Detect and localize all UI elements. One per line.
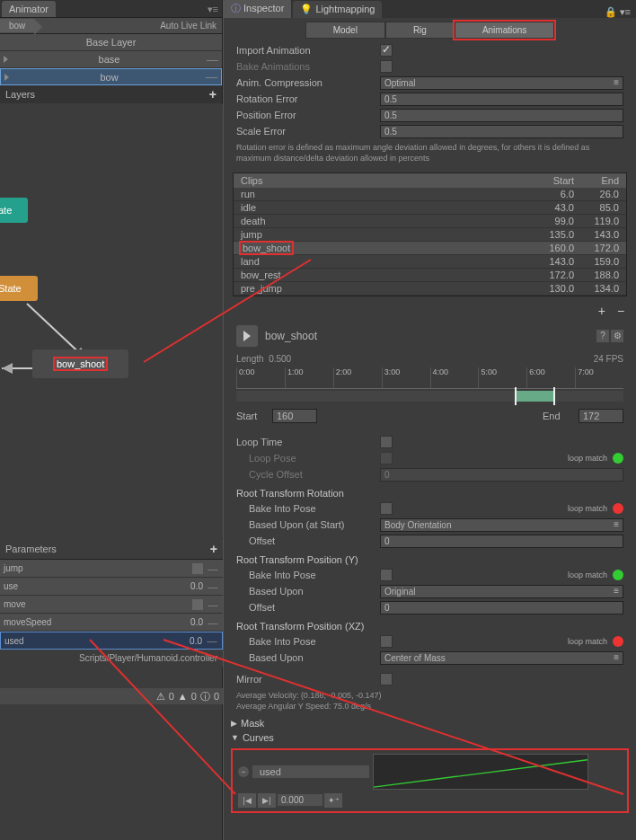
inspector-tab[interactable]: ⓘ Inspector	[224, 0, 291, 18]
add-clip-icon[interactable]: +	[594, 304, 610, 318]
clip-row[interactable]: bow_shoot160.0172.0	[234, 242, 626, 255]
bake-animations-checkbox[interactable]	[380, 60, 393, 73]
play-clip-button[interactable]	[236, 325, 258, 347]
state-graph[interactable]: ate State bow_shoot	[0, 104, 223, 538]
param-value[interactable]: 0.0	[175, 636, 202, 646]
param-value[interactable]: 0.0	[176, 617, 203, 627]
layer-label: base	[12, 54, 207, 65]
gear-icon[interactable]: ⚙	[611, 330, 623, 342]
curve-time-field[interactable]: 0.000	[278, 794, 322, 806]
start-field[interactable]: 160	[272, 409, 317, 423]
rtr-offset-field[interactable]: 0	[380, 535, 623, 548]
clip-row[interactable]: run6.026.0	[234, 188, 626, 201]
animator-tab[interactable]: Animator	[2, 1, 56, 17]
loop-time-checkbox[interactable]	[380, 436, 393, 448]
rotation-error-field[interactable]: 0.5	[380, 93, 623, 106]
layer-row[interactable]: bow —	[0, 68, 222, 85]
curves-foldout[interactable]: ▼Curves	[224, 730, 636, 745]
lightmapping-tab[interactable]: 💡 Lightmapping	[293, 1, 382, 18]
state-node[interactable]: State	[0, 276, 38, 301]
rtpy-header: Root Transform Position (Y)	[224, 549, 636, 567]
param-toggle-icon[interactable]: —	[207, 563, 219, 574]
tab-rig[interactable]: Rig	[385, 22, 455, 39]
mirror-checkbox[interactable]	[380, 673, 393, 685]
layer-row[interactable]: base —	[0, 51, 222, 68]
tab-label: Lightmapping	[315, 4, 375, 14]
tab-animations[interactable]: Animations	[455, 22, 554, 39]
param-row[interactable]: moveSpeed 0.0 —	[0, 614, 223, 632]
clip-name[interactable]: bow_shoot	[265, 330, 317, 342]
loop-pose-checkbox[interactable]	[380, 452, 393, 464]
clip-row[interactable]: pre_jump130.0134.0	[234, 282, 626, 296]
info-icon[interactable]: ⓘ	[200, 690, 210, 703]
state-node[interactable]: bow_shoot	[32, 349, 128, 378]
play-arrow-icon	[4, 74, 9, 81]
parameters-title: Parameters	[5, 544, 57, 554]
position-error-field[interactable]: 0.5	[380, 109, 623, 122]
curve-param-name[interactable]: used	[252, 765, 369, 778]
rtpxz-based-dropdown[interactable]: Center of Mass	[380, 651, 623, 665]
layer-toggle-icon[interactable]: —	[206, 70, 217, 84]
rtr-bake-row: Bake Into Pose loop match	[224, 500, 636, 517]
import-animation-checkbox[interactable]	[380, 44, 393, 57]
auto-live-link[interactable]: Auto Live Link	[160, 21, 222, 31]
layer-row[interactable]: Base Layer	[0, 34, 222, 51]
param-toggle-icon[interactable]: —	[207, 581, 219, 592]
clip-row[interactable]: death99.0119.0	[234, 215, 626, 228]
rtr-bake-checkbox[interactable]	[380, 502, 393, 515]
cycle-offset-field[interactable]: 0	[380, 468, 623, 482]
tab-model[interactable]: Model	[305, 22, 385, 39]
timeline-scrubber[interactable]	[236, 391, 623, 402]
remove-curve-icon[interactable]: −	[238, 766, 249, 777]
clip-row[interactable]: bow_rest172.0188.0	[234, 269, 626, 282]
param-value[interactable]: 0.0	[176, 581, 203, 591]
bake-animations-row: Bake Animations	[224, 58, 636, 75]
rtpy-based-dropdown[interactable]: Original	[380, 585, 623, 598]
state-node[interactable]: ate	[0, 198, 28, 223]
clip-range[interactable]	[515, 391, 553, 402]
param-row[interactable]: used 0.0 —	[0, 632, 223, 650]
add-parameter-icon[interactable]: +	[210, 542, 217, 556]
node-label: bow_shoot	[55, 358, 106, 369]
help-icon[interactable]: ?	[596, 330, 609, 342]
lock-icon[interactable]: 🔒 ▾≡	[605, 6, 636, 18]
param-checkbox[interactable]	[192, 563, 203, 574]
param-row[interactable]: jump —	[0, 560, 223, 578]
popup-icon[interactable]: ▾≡	[204, 2, 222, 17]
scrub-handle-start[interactable]	[515, 387, 517, 405]
loop-match-label: loop match	[568, 454, 607, 463]
loop-match-indicator	[613, 570, 623, 580]
warning-icon[interactable]: ⚠	[156, 691, 165, 703]
clip-row[interactable]: jump135.0143.0	[234, 228, 626, 242]
param-name: moveSpeed	[4, 617, 176, 627]
add-key-button[interactable]: ✦⁺	[324, 793, 342, 808]
end-field[interactable]: 172	[579, 409, 623, 423]
add-layer-icon[interactable]: +	[209, 87, 216, 102]
curve-preview[interactable]	[373, 754, 588, 790]
timeline-ruler[interactable]: 0:001:002:003:004:005:006:007:00	[236, 367, 623, 389]
clip-row[interactable]: idle43.085.0	[234, 201, 626, 215]
param-toggle-icon[interactable]: —	[206, 635, 218, 646]
mask-foldout[interactable]: ▶Mask	[224, 716, 636, 730]
next-key-button[interactable]: ▶|	[258, 793, 276, 808]
breadcrumb[interactable]: bow	[0, 19, 34, 32]
rtpy-offset-field[interactable]: 0	[380, 601, 623, 615]
clip-row[interactable]: land143.0159.0	[234, 255, 626, 269]
rtpxz-bake-checkbox[interactable]	[380, 635, 393, 648]
rtr-based-dropdown[interactable]: Body Orientation	[380, 518, 623, 532]
error-icon[interactable]: ▲	[178, 691, 188, 702]
rtpy-bake-checkbox[interactable]	[380, 569, 393, 581]
prev-key-button[interactable]: |◀	[238, 793, 256, 808]
rtr-header: Root Transform Rotation	[224, 482, 636, 500]
layer-toggle-icon[interactable]: —	[207, 53, 218, 66]
param-row[interactable]: use 0.0 —	[0, 578, 223, 596]
param-toggle-icon[interactable]: —	[207, 617, 219, 628]
param-checkbox[interactable]	[192, 599, 203, 610]
scrub-handle-end[interactable]	[553, 387, 555, 405]
scale-error-field[interactable]: 0.5	[380, 125, 623, 138]
status-bar: ⚠0 ▲0 ⓘ0	[0, 688, 223, 704]
param-row[interactable]: move —	[0, 596, 223, 614]
param-toggle-icon[interactable]: —	[207, 599, 219, 610]
anim-compression-dropdown[interactable]: Optimal	[380, 76, 623, 90]
remove-clip-icon[interactable]: −	[613, 304, 629, 318]
